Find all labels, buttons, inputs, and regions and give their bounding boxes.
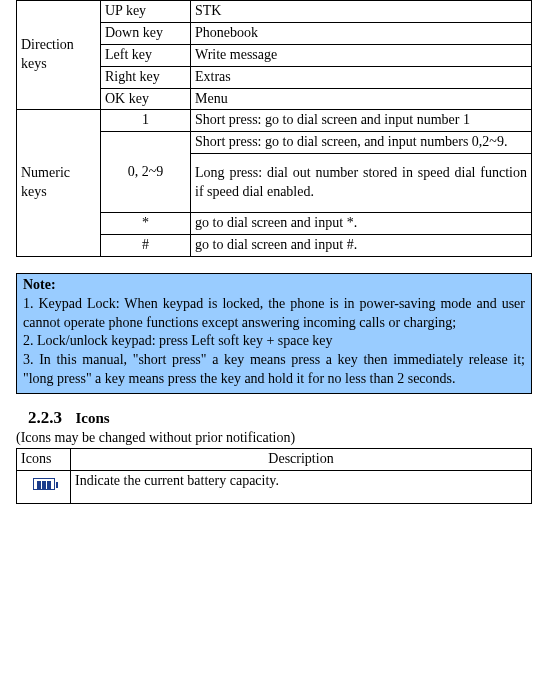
icon-description: Indicate the current battery capacity. — [71, 471, 532, 504]
section-subtitle: (Icons may be changed without prior noti… — [16, 430, 533, 446]
icons-table: Icons Description Indicate the current b… — [16, 448, 532, 504]
cell-fn: Menu — [191, 88, 532, 110]
section-heading: 2.2.3 Icons — [28, 408, 533, 428]
cell-key: 1 — [101, 110, 191, 132]
keys-table: Direction keys UP key STK Down key Phone… — [16, 0, 532, 257]
cell-key: Right key — [101, 66, 191, 88]
cell-key: Down key — [101, 22, 191, 44]
cell-key: 0, 2~9 — [101, 132, 191, 213]
note-box: Note: 1. Keypad Lock: When keypad is loc… — [16, 273, 532, 394]
battery-icon — [33, 478, 55, 490]
direction-keys-header: Direction keys — [17, 1, 101, 110]
cell-key: UP key — [101, 1, 191, 23]
cell-key: OK key — [101, 88, 191, 110]
cell-fn: Phonebook — [191, 22, 532, 44]
cell-fn: Write message — [191, 44, 532, 66]
numeric-keys-header: Numeric keys — [17, 110, 101, 256]
cell-fn: Short press: go to dial screen, and inpu… — [191, 132, 532, 154]
cell-fn: go to dial screen and input *. — [191, 213, 532, 235]
icons-header-description: Description — [71, 449, 532, 471]
note-line: 2. Lock/unlock keypad: press Left soft k… — [23, 332, 525, 351]
note-title: Note: — [23, 277, 56, 292]
cell-fn: Extras — [191, 66, 532, 88]
section-title: Icons — [76, 410, 110, 426]
battery-icon-cell — [17, 471, 71, 504]
icons-header-icons: Icons — [17, 449, 71, 471]
cell-fn: go to dial screen and input #. — [191, 234, 532, 256]
cell-fn: Long press: dial out number stored in sp… — [191, 154, 532, 213]
cell-fn: STK — [191, 1, 532, 23]
section-number: 2.2.3 — [28, 408, 62, 427]
cell-key: # — [101, 234, 191, 256]
cell-key: Left key — [101, 44, 191, 66]
note-line: 1. Keypad Lock: When keypad is locked, t… — [23, 296, 525, 330]
cell-fn: Short press: go to dial screen and input… — [191, 110, 532, 132]
cell-key: * — [101, 213, 191, 235]
note-line: 3. In this manual, "short press" a key m… — [23, 352, 525, 386]
